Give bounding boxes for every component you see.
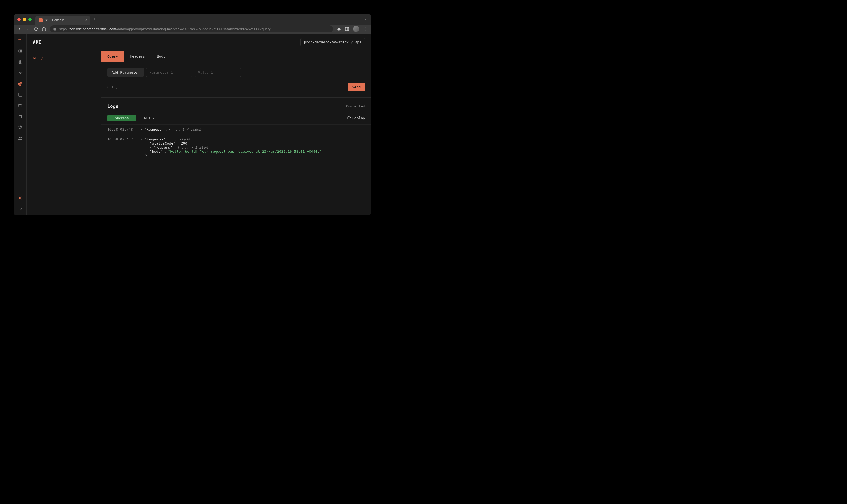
main: prod-datadog-my-stack / Api Query Header… bbox=[101, 34, 371, 215]
svg-line-33 bbox=[19, 197, 19, 197]
connection-status: Connected bbox=[346, 104, 365, 108]
sidebar: API GET / bbox=[27, 34, 101, 215]
main-header: prod-datadog-my-stack / Api bbox=[101, 34, 371, 51]
svg-rect-1 bbox=[346, 27, 349, 31]
back-button[interactable] bbox=[17, 27, 22, 31]
svg-point-5 bbox=[365, 30, 366, 31]
svg-point-0 bbox=[53, 28, 56, 31]
log-entry: 16:58:02.748 ▶ "Request" : {...} 7 items bbox=[101, 124, 371, 134]
menu-icon[interactable] bbox=[363, 27, 367, 31]
tabs-dropdown-icon[interactable] bbox=[364, 17, 367, 21]
sst-logo-icon[interactable] bbox=[18, 38, 23, 42]
logs-header: Logs Connected bbox=[101, 97, 371, 115]
log-entry: 16:58:07.457 ▼ "Response" : { 3 items "s… bbox=[101, 134, 371, 160]
svg-point-24 bbox=[21, 128, 22, 128]
svg-point-25 bbox=[20, 129, 20, 129]
window-controls bbox=[17, 18, 32, 21]
tab-headers[interactable]: Headers bbox=[124, 51, 151, 61]
layers-icon[interactable] bbox=[18, 59, 23, 65]
nav-rail bbox=[14, 34, 27, 215]
bolt-icon[interactable] bbox=[18, 70, 23, 75]
log-tree: ▼ "Response" : { 3 items "statusCode" : … bbox=[141, 137, 322, 158]
minimize-window-icon[interactable] bbox=[23, 18, 26, 21]
browser-window: SST Console × + https://console.serverle… bbox=[14, 14, 371, 215]
svg-point-22 bbox=[20, 125, 20, 126]
send-row: GET / Send bbox=[101, 83, 371, 97]
svg-point-4 bbox=[365, 29, 366, 30]
terminal-icon[interactable] bbox=[18, 49, 23, 53]
expand-icon[interactable]: ▶ bbox=[141, 128, 143, 131]
log-summary: Success GET / Replay bbox=[101, 115, 371, 124]
svg-point-14 bbox=[19, 104, 22, 105]
sidebar-header: API bbox=[27, 34, 101, 51]
log-timestamp: 16:58:07.457 bbox=[107, 137, 133, 158]
logs-title: Logs bbox=[107, 104, 119, 109]
url-text: https://console.serverless-stack.com/dat… bbox=[59, 27, 270, 31]
forward-button[interactable] bbox=[25, 27, 30, 31]
panel-icon[interactable] bbox=[345, 27, 349, 31]
param-value-input[interactable] bbox=[195, 68, 241, 77]
new-tab-button[interactable]: + bbox=[93, 16, 96, 22]
param-name-input[interactable] bbox=[146, 68, 192, 77]
archive-icon[interactable] bbox=[18, 114, 23, 119]
svg-point-28 bbox=[19, 137, 20, 138]
users-icon[interactable] bbox=[18, 136, 23, 141]
sun-icon[interactable] bbox=[18, 196, 23, 200]
collapse-icon[interactable] bbox=[18, 206, 23, 211]
address-bar[interactable]: https://console.serverless-stack.com/dat… bbox=[50, 25, 333, 33]
svg-point-26 bbox=[18, 128, 19, 128]
reload-button[interactable] bbox=[34, 27, 38, 31]
database-icon[interactable] bbox=[18, 103, 23, 108]
route-item[interactable]: GET / bbox=[27, 51, 101, 65]
svg-point-29 bbox=[20, 137, 22, 138]
request-tabs: Query Headers Body bbox=[101, 51, 171, 62]
graphql-icon[interactable] bbox=[18, 125, 23, 130]
close-tab-icon[interactable]: × bbox=[85, 18, 87, 22]
svg-point-23 bbox=[21, 126, 22, 127]
request-route-label: GET / bbox=[107, 85, 118, 89]
globe-icon[interactable] bbox=[18, 81, 23, 86]
collapse-icon[interactable]: ▼ bbox=[141, 138, 143, 141]
tab-body[interactable]: Body bbox=[151, 51, 171, 61]
page-title: API bbox=[33, 39, 41, 45]
replay-icon bbox=[347, 116, 351, 120]
svg-line-34 bbox=[21, 199, 21, 199]
svg-point-30 bbox=[19, 197, 21, 199]
browser-tab[interactable]: SST Console × bbox=[35, 16, 90, 24]
svg-line-38 bbox=[21, 197, 21, 197]
maximize-window-icon[interactable] bbox=[29, 18, 32, 21]
log-timestamp: 16:58:02.748 bbox=[107, 127, 133, 131]
breadcrumb[interactable]: prod-datadog-my-stack / Api bbox=[300, 38, 365, 46]
browser-toolbar: https://console.serverless-stack.com/dat… bbox=[14, 24, 371, 34]
svg-rect-6 bbox=[18, 49, 22, 52]
site-info-icon bbox=[53, 27, 57, 31]
replay-button[interactable]: Replay bbox=[347, 116, 365, 120]
status-badge: Success bbox=[107, 115, 137, 121]
log-tree: ▶ "Request" : {...} 7 items bbox=[141, 127, 201, 131]
add-parameter-button[interactable]: Add Parameter bbox=[107, 68, 144, 77]
svg-rect-16 bbox=[19, 115, 21, 118]
home-button[interactable] bbox=[42, 27, 46, 31]
svg-point-27 bbox=[18, 126, 19, 127]
toolbar-actions bbox=[337, 26, 367, 32]
expand-icon[interactable]: ▶ bbox=[150, 146, 152, 149]
tab-query[interactable]: Query bbox=[101, 51, 124, 61]
svg-line-37 bbox=[19, 199, 19, 199]
profile-avatar[interactable] bbox=[353, 26, 359, 32]
titlebar: SST Console × + bbox=[14, 14, 371, 24]
svg-marker-8 bbox=[19, 71, 21, 74]
table-icon[interactable] bbox=[18, 92, 23, 97]
app: API GET / prod-datadog-my-stack / Api Qu… bbox=[14, 34, 371, 215]
svg-point-3 bbox=[365, 27, 366, 28]
params-row: Add Parameter bbox=[101, 62, 371, 83]
log-route-label: GET / bbox=[144, 116, 155, 120]
close-window-icon[interactable] bbox=[17, 18, 21, 21]
extensions-icon[interactable] bbox=[337, 27, 341, 31]
send-button[interactable]: Send bbox=[348, 83, 365, 91]
tab-favicon-icon bbox=[39, 18, 42, 22]
tab-title: SST Console bbox=[45, 18, 64, 22]
svg-marker-7 bbox=[18, 60, 22, 62]
